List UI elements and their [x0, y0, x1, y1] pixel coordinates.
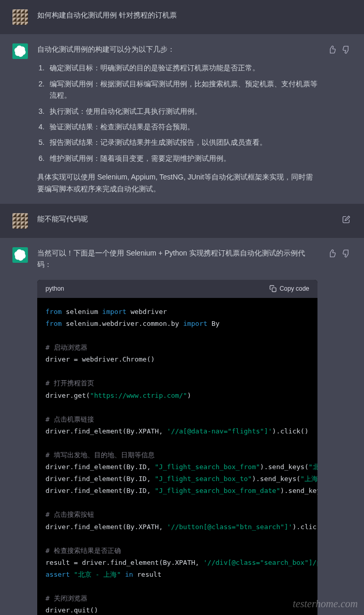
user-avatar	[12, 9, 28, 25]
thumbs-up-button[interactable]	[327, 44, 337, 55]
code-content[interactable]: from selenium import webdriver from sele…	[37, 298, 317, 615]
message-actions	[327, 43, 352, 194]
message-content: 如何构建自动化测试用例 针对携程的订机票	[37, 9, 352, 25]
copy-label: Copy code	[280, 285, 309, 292]
intro-text: 自动化测试用例的构建可以分为以下几步：	[37, 43, 317, 55]
intro-text: 当然可以！下面是一个使用 Selenium + Python 实现携程订机票自动…	[37, 247, 317, 271]
user-message: 如何构建自动化测试用例 针对携程的订机票	[0, 0, 364, 34]
thumbs-up-button[interactable]	[327, 248, 337, 259]
copy-code-button[interactable]: Copy code	[269, 285, 309, 292]
message-content: 自动化测试用例的构建可以分为以下几步： 确定测试目标：明确测试的目的是验证携程订…	[37, 43, 317, 194]
user-message: 能不能写代码呢	[0, 204, 364, 238]
assistant-avatar	[12, 43, 28, 59]
clipboard-icon	[269, 285, 277, 292]
list-item: 编写测试用例：根据测试目标编写测试用例，比如搜索机票、预定机票、支付机票等流程。	[47, 78, 317, 101]
thumbs-down-button[interactable]	[341, 248, 352, 259]
assistant-message: 当然可以！下面是一个使用 Selenium + Python 实现携程订机票自动…	[0, 238, 364, 615]
list-item: 验证测试结果：检查测试结果是否符合预期。	[47, 121, 317, 132]
assistant-message: 自动化测试用例的构建可以分为以下几步： 确定测试目标：明确测试的目的是验证携程订…	[0, 34, 364, 204]
thumbs-down-button[interactable]	[341, 44, 352, 55]
list-item: 执行测试：使用自动化测试工具执行测试用例。	[47, 106, 317, 117]
message-actions	[341, 213, 352, 229]
list-item: 确定测试目标：明确测试的目的是验证携程订机票功能是否正常。	[47, 62, 317, 73]
edit-button[interactable]	[341, 214, 352, 224]
svg-rect-0	[272, 288, 276, 292]
code-header: python Copy code	[37, 280, 317, 298]
assistant-avatar	[12, 247, 28, 263]
list-item: 维护测试用例：随着项目变更，需要定期维护测试用例。	[47, 153, 317, 164]
message-actions	[327, 247, 352, 615]
list-item: 报告测试结果：记录测试结果并生成测试报告，以供团队成员查看。	[47, 137, 317, 148]
code-language: python	[46, 284, 64, 294]
message-text: 能不能写代码呢	[37, 213, 332, 224]
steps-list: 确定测试目标：明确测试的目的是验证携程订机票功能是否正常。编写测试用例：根据测试…	[37, 62, 317, 164]
user-avatar	[12, 213, 28, 229]
message-content: 当然可以！下面是一个使用 Selenium + Python 实现携程订机票自动…	[37, 247, 317, 615]
code-block: python Copy code from selenium import we…	[37, 280, 317, 615]
outro-text: 具体实现可以使用 Selenium, Appium, TestNG, JUnit…	[37, 171, 317, 194]
message-text: 如何构建自动化测试用例 针对携程的订机票	[37, 9, 352, 21]
message-content: 能不能写代码呢	[37, 213, 332, 229]
